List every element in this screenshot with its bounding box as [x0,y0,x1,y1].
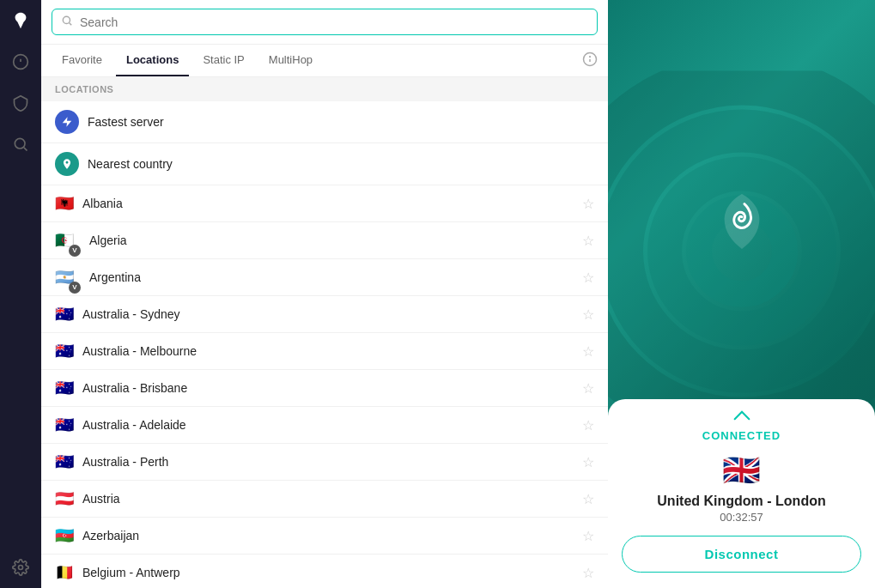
nearest-icon [55,152,79,176]
location-name: Austria [82,492,574,506]
svg-point-5 [19,566,23,570]
location-name: Argentina [89,270,574,284]
search-icon [61,15,73,29]
list-item[interactable]: 🇦🇱 Albania ☆ [41,185,608,222]
right-panel: CONNECTED 🇬🇧 United Kingdom - London 00:… [608,0,875,588]
virtual-badge: V [69,282,81,294]
location-name: Australia - Sydney [82,307,574,321]
flag-icon: 🇦🇹 [55,489,74,508]
list-item[interactable]: 🇦🇺 Australia - Brisbane ☆ [41,370,608,407]
svg-marker-11 [63,117,72,127]
virtual-badge: V [69,245,81,257]
svg-line-4 [24,148,27,151]
location-name: Belgium - Antwerp [82,566,574,579]
favorite-star[interactable]: ☆ [582,491,594,507]
location-name: Fastest server [88,115,594,129]
favorite-star[interactable]: ☆ [582,528,594,544]
flag-wrapper: 🇩🇿 V [55,231,81,250]
flag-icon: 🇦🇿 [55,526,74,545]
list-item[interactable]: 🇧🇪 Belgium - Antwerp ☆ [41,555,608,588]
location-name: Azerbaijan [82,529,574,543]
flag-icon: 🇦🇺 [55,415,74,434]
sidebar-search[interactable] [10,134,31,155]
disconnect-button[interactable]: Disconnect [622,536,861,573]
list-item[interactable]: 🇩🇿 V Algeria ☆ [41,222,608,259]
favorite-star[interactable]: ☆ [582,343,594,360]
tab-multihop[interactable]: MultiHop [258,45,323,76]
flag-icon: 🇦🇺 [55,379,74,397]
flag-icon: 🇦🇺 [55,452,74,471]
location-list: LOCATIONS Fastest server Nearest country… [41,77,608,588]
list-item[interactable]: Nearest country [41,143,608,185]
favorite-star[interactable]: ☆ [582,306,594,323]
location-name: Australia - Perth [82,455,574,469]
sidebar-logo[interactable] [10,10,31,31]
tab-locations[interactable]: Locations [116,45,189,76]
list-item[interactable]: 🇦🇺 Australia - Adelaide ☆ [41,407,608,444]
locations-header: LOCATIONS [41,77,608,101]
list-item[interactable]: 🇦🇺 Australia - Perth ☆ [41,444,608,481]
favorite-star[interactable]: ☆ [582,270,594,286]
connected-location: United Kingdom - London [657,494,825,509]
favorite-star[interactable]: ☆ [582,565,594,581]
sidebar-alert[interactable] [10,52,31,72]
location-name: Australia - Brisbane [82,381,574,395]
flag-icon: 🇧🇪 [55,563,74,582]
tabs-bar: Favorite Locations Static IP MultiHop [41,45,608,77]
search-bar [41,0,608,45]
left-panel: Favorite Locations Static IP MultiHop LO… [41,0,608,588]
list-item[interactable]: 🇦🇺 Australia - Melbourne ☆ [41,333,608,370]
location-name: Australia - Melbourne [82,344,574,358]
chevron-up-icon[interactable] [733,408,750,426]
flag-icon: 🇦🇱 [55,194,74,213]
tab-favorite[interactable]: Favorite [52,45,112,76]
fastest-icon [55,110,79,134]
info-icon[interactable] [582,52,598,70]
search-input[interactable] [80,15,588,29]
sidebar [0,0,41,588]
search-input-wrapper[interactable] [52,9,598,35]
favorite-star[interactable]: ☆ [582,454,594,470]
svg-line-7 [70,23,72,26]
surfshark-logo [712,191,772,255]
sidebar-settings[interactable] [10,557,31,578]
connected-time: 00:32:57 [720,511,763,524]
connected-status: CONNECTED [702,429,781,442]
list-item[interactable]: Fastest server [41,101,608,143]
flag-icon: 🇦🇺 [55,342,74,361]
svg-point-3 [15,138,25,149]
list-item[interactable]: 🇦🇷 V Argentina ☆ [41,259,608,296]
location-name: Algeria [89,233,574,247]
location-name: Albania [82,197,574,210]
flag-wrapper: 🇦🇷 V [55,268,81,287]
flag-icon: 🇦🇺 [55,305,74,324]
tab-static-ip[interactable]: Static IP [192,45,254,76]
connected-card: CONNECTED 🇬🇧 United Kingdom - London 00:… [608,399,875,588]
list-item[interactable]: 🇦🇺 Australia - Sydney ☆ [41,296,608,333]
list-item[interactable]: 🇦🇿 Azerbaijan ☆ [41,518,608,555]
favorite-star[interactable]: ☆ [582,196,594,212]
favorite-star[interactable]: ☆ [582,233,594,249]
sidebar-shield[interactable] [10,93,31,113]
location-name: Nearest country [88,157,594,171]
favorite-star[interactable]: ☆ [582,417,594,433]
location-name: Australia - Adelaide [82,418,574,432]
svg-point-6 [63,16,70,23]
connected-flag: 🇬🇧 [722,452,761,488]
favorite-star[interactable]: ☆ [582,380,594,397]
list-item[interactable]: 🇦🇹 Austria ☆ [41,481,608,518]
